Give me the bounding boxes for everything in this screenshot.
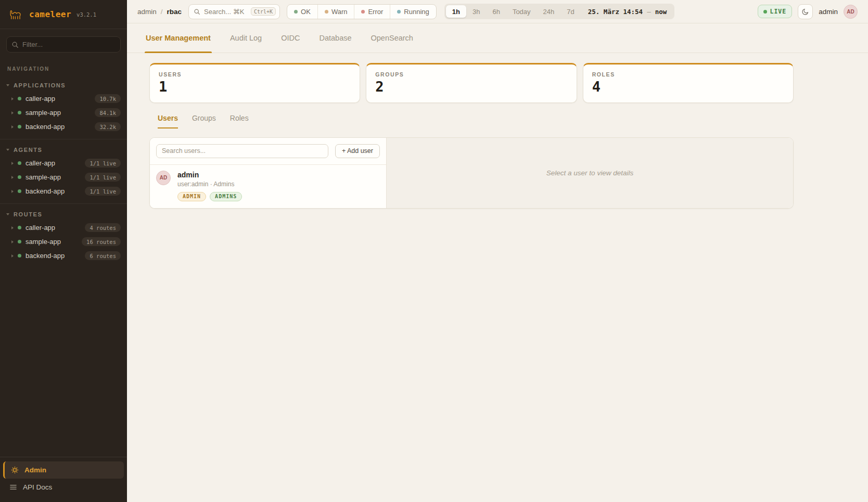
status-filter-running[interactable]: Running: [390, 5, 436, 19]
user-list-pane: + Add user AD admin user:admin · Admins …: [150, 138, 387, 208]
sidebar-item-caller-app[interactable]: caller-app 1/1 live: [0, 156, 127, 170]
running-dot: [397, 10, 401, 14]
avatar[interactable]: AD: [844, 5, 858, 19]
page-tabs: User Management Audit Log OIDC Database …: [127, 23, 868, 53]
count-badge: 10.7k: [95, 94, 121, 103]
ok-dot: [294, 10, 298, 14]
sidebar-item-admin[interactable]: Admin: [3, 461, 124, 479]
subtab-roles[interactable]: Roles: [230, 114, 249, 128]
user-list-toolbar: + Add user: [150, 138, 386, 164]
tab-opensearch[interactable]: OpenSearch: [371, 23, 413, 53]
sidebar-item-caller-app[interactable]: caller-app 10.7k: [0, 92, 127, 106]
add-user-button[interactable]: + Add user: [335, 144, 380, 158]
status-dot: [18, 240, 21, 243]
section-agents: AGENTS caller-app 1/1 live sample-app 1/…: [0, 139, 127, 203]
sidebar: cameleer v3.2.1 NAVIGATION APPLICATIONS …: [0, 0, 127, 502]
sidebar-item-sample-app[interactable]: sample-app 1/1 live: [0, 170, 127, 184]
stat-card-roles: ROLES 4: [583, 63, 794, 103]
user-subtitle: user:admin · Admins: [177, 181, 242, 188]
filter-input[interactable]: [6, 36, 121, 53]
time-display-now: now: [655, 8, 667, 16]
search-icon: [194, 8, 200, 15]
time-range-today[interactable]: Today: [506, 5, 537, 18]
moon-icon: [802, 8, 809, 15]
users-panel: + Add user AD admin user:admin · Admins …: [149, 137, 794, 209]
live-dot: [763, 10, 767, 14]
subtab-groups[interactable]: Groups: [192, 114, 216, 128]
chevron-right-icon: [11, 240, 14, 243]
search-icon: [11, 41, 19, 48]
sidebar-item-backend-app[interactable]: backend-app 6 routes: [0, 249, 127, 263]
tab-user-management[interactable]: User Management: [146, 23, 211, 53]
sidebar-item-backend-app[interactable]: backend-app 32.2k: [0, 120, 127, 134]
sidebar-item-sample-app[interactable]: sample-app 84.1k: [0, 106, 127, 120]
stat-card-users: USERS 1: [149, 63, 360, 103]
status-dot: [18, 161, 21, 165]
time-range-control: 1h 3h 6h Today 24h 7d 25. März 14:54 — n…: [444, 4, 674, 19]
entity-subtabs: Users Groups Roles: [158, 114, 794, 128]
tab-audit-log[interactable]: Audit Log: [230, 23, 262, 53]
status-filter-ok[interactable]: OK: [287, 5, 317, 19]
breadcrumb-current: rbac: [167, 8, 182, 16]
user-search-input[interactable]: [156, 144, 328, 158]
tab-database[interactable]: Database: [319, 23, 351, 53]
routes-count-badge: 4 routes: [85, 223, 121, 232]
chevron-right-icon: [11, 125, 14, 128]
tab-oidc[interactable]: OIDC: [281, 23, 300, 53]
time-range-7d[interactable]: 7d: [560, 5, 580, 18]
group-badge-admins: ADMINS: [210, 192, 242, 201]
user-badges: ADMIN ADMINS: [177, 192, 242, 201]
status-filter-error[interactable]: Error: [354, 5, 390, 19]
status-dot: [18, 254, 21, 258]
live-count-badge: 1/1 live: [85, 187, 121, 196]
time-display: 25. März 14:54 — now: [581, 8, 673, 16]
status-filter-warn[interactable]: Warn: [317, 5, 354, 19]
breadcrumb-parent[interactable]: admin: [137, 8, 157, 16]
section-header-agents[interactable]: AGENTS: [0, 144, 127, 156]
count-badge: 84.1k: [95, 108, 121, 117]
section-header-applications[interactable]: APPLICATIONS: [0, 79, 127, 92]
time-range-3h[interactable]: 3h: [466, 5, 486, 18]
search-placeholder: Search... ⌘K: [204, 8, 244, 16]
user-info: admin user:admin · Admins ADMIN ADMINS: [177, 171, 242, 201]
camel-logo-icon: [8, 8, 24, 21]
time-range-1h[interactable]: 1h: [446, 5, 466, 18]
chevron-down-icon: [6, 149, 9, 151]
chevron-right-icon: [11, 111, 14, 114]
user-list: AD admin user:admin · Admins ADMIN ADMIN…: [150, 164, 386, 208]
navigation-label: NAVIGATION: [7, 66, 120, 72]
status-dot: [18, 125, 21, 128]
user-list-item-admin[interactable]: AD admin user:admin · Admins ADMIN ADMIN…: [150, 165, 386, 208]
empty-state-text: Select a user to view details: [546, 169, 633, 177]
error-dot: [361, 10, 365, 14]
menu-lines-icon: [9, 484, 17, 491]
time-range-24h[interactable]: 24h: [537, 5, 561, 18]
subtab-users[interactable]: Users: [158, 114, 178, 128]
chevron-right-icon: [11, 176, 14, 179]
sidebar-item-backend-app[interactable]: backend-app 1/1 live: [0, 184, 127, 198]
sidebar-item-sample-app[interactable]: sample-app 16 routes: [0, 235, 127, 249]
time-display-date: 25. März 14:54: [588, 8, 643, 16]
stat-value: 1: [159, 79, 351, 95]
stat-label: GROUPS: [375, 71, 567, 78]
chevron-right-icon: [11, 254, 14, 258]
user-name: admin: [177, 171, 242, 179]
content: USERS 1 GROUPS 2 ROLES 4 Users Groups Ro…: [127, 53, 868, 209]
stat-card-groups: GROUPS 2: [366, 63, 577, 103]
role-badge-admin: ADMIN: [177, 192, 206, 201]
status-dot: [18, 111, 21, 114]
stats-row: USERS 1 GROUPS 2 ROLES 4: [149, 63, 794, 103]
sidebar-item-api-docs[interactable]: API Docs: [3, 479, 124, 496]
sidebar-filter: [6, 36, 121, 53]
live-toggle[interactable]: LIVE: [758, 5, 793, 18]
section-header-routes[interactable]: ROUTES: [0, 208, 127, 221]
stat-label: ROLES: [592, 71, 784, 78]
topbar-right: LIVE admin AD: [758, 4, 858, 19]
gear-icon: [11, 466, 19, 474]
sidebar-item-caller-app[interactable]: caller-app 4 routes: [0, 221, 127, 235]
user-avatar: AD: [156, 171, 171, 185]
global-search[interactable]: Search... ⌘K Ctrl+K: [188, 4, 280, 19]
theme-toggle-button[interactable]: [798, 4, 813, 19]
time-range-6h[interactable]: 6h: [486, 5, 506, 18]
status-dot: [18, 189, 21, 193]
